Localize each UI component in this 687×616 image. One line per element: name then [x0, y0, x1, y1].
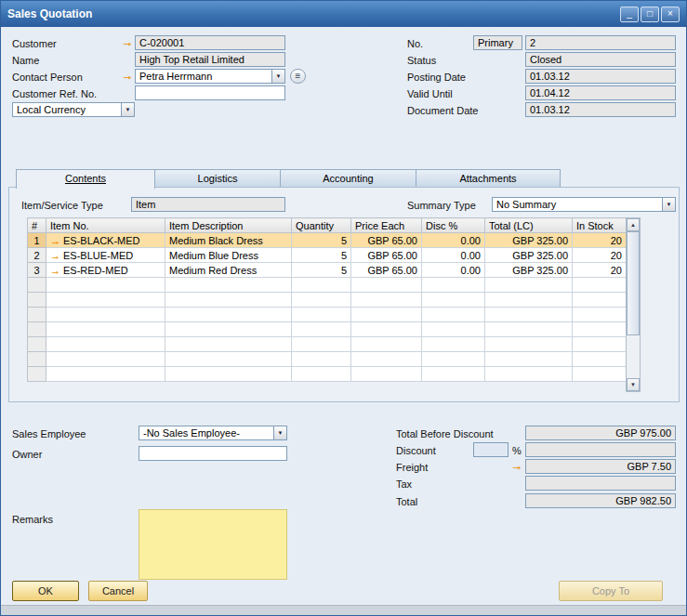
row-number-cell[interactable]: 1 — [28, 233, 46, 248]
item-description-cell[interactable]: Medium Black Dress — [165, 233, 292, 248]
empty-cell[interactable] — [351, 352, 422, 367]
item-description-cell[interactable]: Medium Red Dress — [165, 263, 292, 278]
col-header-disc[interactable]: Disc % — [422, 218, 485, 233]
item-link-arrow-icon[interactable]: → — [50, 250, 60, 261]
disc-cell[interactable]: 0.00 — [422, 233, 485, 248]
minimize-icon[interactable]: _ — [620, 7, 639, 22]
empty-cell[interactable] — [46, 337, 165, 352]
contact-person-dropdown[interactable]: Petra Herrmann ▼ — [135, 69, 285, 84]
price-cell[interactable]: GBP 65.00 — [351, 263, 422, 278]
maximize-icon[interactable]: □ — [641, 7, 659, 22]
chevron-down-icon[interactable]: ▼ — [273, 426, 286, 439]
empty-cell[interactable] — [165, 337, 292, 352]
col-header-total[interactable]: Total (LC) — [485, 218, 573, 233]
empty-cell[interactable] — [422, 308, 485, 322]
chevron-down-icon[interactable]: ▼ — [271, 70, 284, 83]
empty-cell[interactable] — [351, 278, 422, 293]
ok-button[interactable]: OK — [12, 581, 79, 601]
empty-cell[interactable] — [46, 352, 165, 367]
empty-cell[interactable] — [422, 367, 485, 382]
empty-cell[interactable] — [165, 367, 292, 382]
empty-cell[interactable] — [351, 308, 422, 322]
chevron-down-icon[interactable]: ▼ — [121, 103, 134, 116]
stock-cell[interactable]: 20 — [573, 248, 627, 263]
empty-cell[interactable] — [485, 278, 573, 293]
customer-ref-field[interactable] — [135, 85, 285, 100]
empty-cell[interactable] — [46, 322, 165, 337]
valid-until-field[interactable]: 01.04.12 — [525, 85, 676, 100]
cancel-button[interactable]: Cancel — [88, 581, 148, 601]
empty-cell[interactable] — [165, 278, 292, 293]
empty-cell[interactable] — [292, 322, 351, 337]
total-cell[interactable]: GBP 325.00 — [485, 233, 573, 248]
tab-attachments[interactable]: Attachments — [416, 169, 561, 188]
empty-cell[interactable] — [422, 322, 485, 337]
close-icon[interactable]: × — [661, 7, 680, 22]
quantity-cell[interactable]: 5 — [292, 248, 351, 263]
empty-cell[interactable] — [292, 293, 351, 308]
col-header-description[interactable]: Item Description — [165, 218, 292, 233]
table-scrollbar[interactable]: ▲ ▼ — [626, 217, 641, 392]
col-header-stock[interactable]: In Stock — [573, 218, 627, 233]
empty-cell[interactable] — [351, 367, 422, 382]
empty-cell[interactable] — [292, 308, 351, 322]
row-number-cell[interactable] — [28, 367, 46, 382]
row-number-cell[interactable] — [28, 337, 46, 352]
item-service-type-field[interactable]: Item — [131, 197, 285, 212]
empty-cell[interactable] — [46, 308, 165, 322]
stock-cell[interactable]: 20 — [573, 263, 627, 278]
scroll-down-icon[interactable]: ▼ — [627, 378, 640, 391]
empty-cell[interactable] — [485, 322, 573, 337]
row-number-cell[interactable]: 3 — [28, 263, 46, 278]
name-field[interactable]: High Top Retail Limited — [135, 52, 285, 67]
freight-link-arrow-icon[interactable]: → — [510, 460, 523, 473]
empty-cell[interactable] — [485, 293, 573, 308]
scroll-up-icon[interactable]: ▲ — [627, 218, 640, 231]
disc-cell[interactable]: 0.00 — [422, 263, 485, 278]
item-link-arrow-icon[interactable]: → — [50, 265, 60, 276]
sales-employee-dropdown[interactable]: -No Sales Employee- ▼ — [139, 426, 287, 440]
disc-cell[interactable]: 0.00 — [422, 248, 485, 263]
empty-cell[interactable] — [165, 293, 292, 308]
summary-type-dropdown[interactable]: No Summary ▼ — [492, 197, 676, 212]
empty-cell[interactable] — [46, 278, 165, 293]
item-no-cell[interactable]: →ES-RED-MED — [46, 263, 165, 278]
owner-field[interactable] — [139, 446, 287, 461]
item-no-cell[interactable]: →ES-BLUE-MED — [46, 248, 165, 263]
row-number-cell[interactable] — [28, 352, 46, 367]
scroll-thumb[interactable] — [627, 231, 640, 335]
empty-cell[interactable] — [422, 337, 485, 352]
empty-cell[interactable] — [573, 308, 627, 322]
empty-cell[interactable] — [573, 367, 627, 382]
freight-field[interactable]: GBP 7.50 — [525, 459, 676, 474]
col-header-price[interactable]: Price Each — [351, 218, 422, 233]
document-date-field[interactable]: 01.03.12 — [525, 102, 676, 117]
empty-cell[interactable] — [351, 337, 422, 352]
discount-percent-field[interactable] — [473, 442, 509, 457]
contact-link-arrow-icon[interactable]: → — [121, 70, 134, 83]
empty-cell[interactable] — [485, 308, 573, 322]
empty-cell[interactable] — [422, 293, 485, 308]
col-header-quantity[interactable]: Quantity — [292, 218, 351, 233]
empty-cell[interactable] — [485, 367, 573, 382]
tab-logistics[interactable]: Logistics — [154, 169, 281, 188]
tab-accounting[interactable]: Accounting — [280, 169, 416, 188]
empty-cell[interactable] — [573, 352, 627, 367]
empty-cell[interactable] — [292, 352, 351, 367]
remarks-textarea[interactable] — [139, 509, 287, 580]
empty-cell[interactable] — [46, 293, 165, 308]
empty-cell[interactable] — [422, 352, 485, 367]
tab-contents[interactable]: Contents — [16, 169, 155, 189]
no-series-field[interactable]: Primary — [473, 35, 522, 50]
empty-cell[interactable] — [422, 278, 485, 293]
empty-cell[interactable] — [292, 278, 351, 293]
row-number-cell[interactable]: 2 — [28, 248, 46, 263]
contact-list-button[interactable]: ≡ — [290, 69, 306, 84]
row-number-cell[interactable] — [28, 308, 46, 322]
currency-dropdown[interactable]: Local Currency ▼ — [12, 102, 135, 117]
quantity-cell[interactable]: 5 — [292, 233, 351, 248]
item-description-cell[interactable]: Medium Blue Dress — [165, 248, 292, 263]
empty-cell[interactable] — [485, 337, 573, 352]
empty-cell[interactable] — [573, 337, 627, 352]
customer-field[interactable]: C-020001 — [135, 35, 285, 50]
